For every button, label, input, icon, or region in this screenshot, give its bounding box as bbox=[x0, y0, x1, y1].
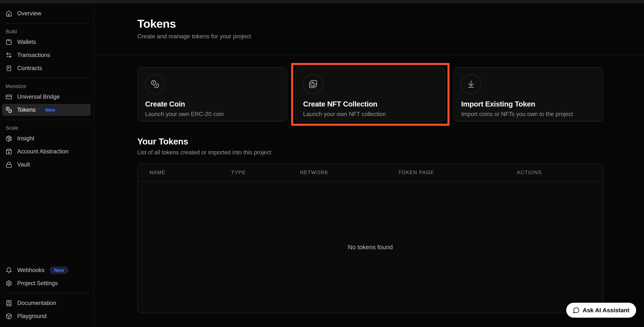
sidebar-item-wallets[interactable]: Wallets bbox=[2, 36, 91, 48]
sidebar-item-label: Universal Bridge bbox=[17, 93, 60, 100]
sidebar-item-tokens[interactable]: Tokens New bbox=[2, 104, 91, 116]
sidebar-item-documentation[interactable]: Documentation bbox=[2, 297, 91, 309]
package-icon bbox=[6, 148, 12, 155]
card-description: Launch your own NFT collection bbox=[303, 111, 438, 117]
sidebar-item-label: Tokens bbox=[17, 106, 36, 113]
book-icon bbox=[6, 300, 12, 307]
lock-icon bbox=[6, 161, 12, 168]
sidebar-nav-top: Overview Build Wallets Transactions bbox=[0, 6, 94, 172]
sidebar-item-vault[interactable]: Vault bbox=[2, 159, 91, 171]
content-container: Create Coin Launch your own ERC-20 coin … bbox=[137, 67, 604, 313]
card-title: Import Existing Token bbox=[461, 100, 596, 108]
create-coin-card[interactable]: Create Coin Launch your own ERC-20 coin bbox=[137, 67, 288, 122]
sidebar-item-label: Insight bbox=[17, 135, 34, 142]
wallet-icon bbox=[6, 39, 12, 45]
contract-file-icon bbox=[6, 65, 12, 71]
page-title: Tokens bbox=[137, 18, 644, 29]
sidebar-item-transactions[interactable]: Transactions bbox=[2, 49, 91, 61]
tokens-table-body: No tokens found bbox=[138, 182, 603, 313]
tokens-table: NAME TYPE NETWORK TOKEN PAGE ACTIONS No … bbox=[137, 163, 604, 313]
page-subtitle: Create and manage tokens for your projec… bbox=[137, 33, 644, 40]
sidebar: Overview Build Wallets Transactions bbox=[0, 3, 94, 327]
cube-icon bbox=[6, 313, 12, 320]
sidebar-section-monetize: Monetize bbox=[6, 83, 94, 89]
sidebar-item-webhooks[interactable]: Webhooks New bbox=[2, 264, 91, 276]
token-create-options: Create Coin Launch your own ERC-20 coin … bbox=[137, 67, 604, 122]
card-description: Import coins or NFTs you own to the proj… bbox=[461, 111, 596, 117]
sidebar-item-overview[interactable]: Overview bbox=[2, 7, 91, 19]
sidebar-item-account-abstraction[interactable]: Account Abstraction bbox=[2, 146, 91, 158]
sidebar-item-label: Transactions bbox=[17, 52, 50, 58]
create-nft-collection-wrap: Create NFT Collection Launch your own NF… bbox=[295, 67, 446, 122]
sidebar-item-label: Contracts bbox=[17, 65, 42, 71]
sidebar-section-scale: Scale bbox=[6, 125, 94, 131]
sidebar-divider bbox=[5, 78, 89, 78]
create-nft-collection-card[interactable]: Create NFT Collection Launch your own NF… bbox=[295, 67, 446, 122]
tokens-table-header: NAME TYPE NETWORK TOKEN PAGE ACTIONS bbox=[138, 164, 603, 182]
column-header-token-page: TOKEN PAGE bbox=[398, 170, 517, 175]
card-title: Create Coin bbox=[145, 100, 280, 108]
window-top-strip bbox=[0, 0, 644, 3]
empty-state-text: No tokens found bbox=[348, 244, 393, 251]
sidebar-divider bbox=[5, 293, 89, 293]
column-header-actions: ACTIONS bbox=[517, 170, 603, 175]
your-tokens-title: Your Tokens bbox=[137, 136, 604, 146]
gear-icon bbox=[6, 280, 12, 287]
sidebar-item-label: Wallets bbox=[17, 39, 36, 45]
column-header-network: NETWORK bbox=[300, 170, 398, 175]
card-title: Create NFT Collection bbox=[303, 100, 438, 108]
bell-icon bbox=[6, 267, 12, 274]
ask-ai-assistant-button[interactable]: Ask AI Assistant bbox=[566, 303, 636, 318]
images-icon bbox=[303, 74, 323, 94]
app-root: Overview Build Wallets Transactions bbox=[0, 0, 644, 327]
home-icon bbox=[6, 10, 12, 17]
chat-bubble-icon bbox=[573, 307, 580, 314]
sidebar-nav-bottom: Webhooks New Project Settings Documentat… bbox=[0, 263, 94, 323]
column-header-name: NAME bbox=[150, 170, 231, 175]
sidebar-item-label: Project Settings bbox=[17, 280, 58, 287]
package-search-icon bbox=[6, 135, 12, 142]
arrows-left-right-icon bbox=[6, 52, 12, 58]
sidebar-item-playground[interactable]: Playground bbox=[2, 310, 91, 322]
ask-ai-assistant-label: Ask AI Assistant bbox=[583, 307, 630, 314]
sidebar-item-universal-bridge[interactable]: Universal Bridge bbox=[2, 91, 91, 103]
sidebar-divider bbox=[5, 23, 89, 23]
column-header-type: TYPE bbox=[231, 170, 300, 175]
coins-icon bbox=[145, 74, 165, 94]
your-tokens-section: Your Tokens List of all tokens created o… bbox=[137, 136, 604, 313]
download-icon bbox=[461, 74, 481, 94]
your-tokens-subtitle: List of all tokens created or imported i… bbox=[137, 149, 604, 156]
main-content: Tokens Create and manage tokens for your… bbox=[95, 3, 644, 327]
sidebar-item-insight[interactable]: Insight bbox=[2, 132, 91, 144]
import-existing-token-card[interactable]: Import Existing Token Import coins or NF… bbox=[453, 67, 604, 122]
sidebar-item-contracts[interactable]: Contracts bbox=[2, 62, 91, 74]
sidebar-item-label: Overview bbox=[17, 10, 41, 17]
coins-icon bbox=[6, 107, 12, 113]
sidebar-item-label: Webhooks bbox=[17, 267, 44, 274]
card-description: Launch your own ERC-20 coin bbox=[145, 111, 280, 117]
sidebar-section-build: Build bbox=[6, 29, 94, 34]
sidebar-item-label: Playground bbox=[17, 313, 46, 320]
sidebar-item-project-settings[interactable]: Project Settings bbox=[2, 277, 91, 289]
new-badge: New bbox=[50, 267, 68, 274]
page-header: Tokens Create and manage tokens for your… bbox=[95, 3, 644, 55]
sidebar-divider bbox=[5, 120, 89, 120]
sidebar-item-label: Account Abstraction bbox=[17, 148, 68, 155]
sidebar-item-label: Vault bbox=[17, 161, 30, 168]
new-badge: New bbox=[40, 106, 60, 114]
credit-card-icon bbox=[6, 94, 12, 100]
sidebar-item-label: Documentation bbox=[17, 300, 56, 307]
